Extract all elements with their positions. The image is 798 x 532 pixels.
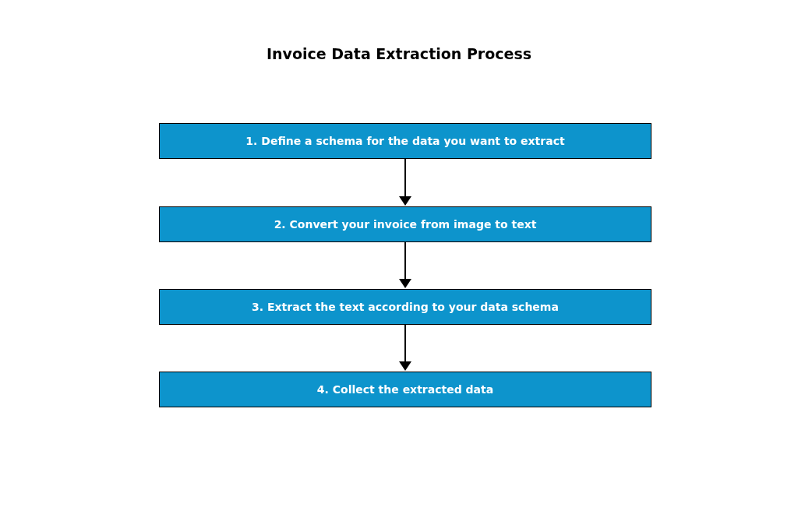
step-box-2: 2. Convert your invoice from image to te… xyxy=(159,206,651,242)
arrow-head-2 xyxy=(399,279,411,288)
diagram-title: Invoice Data Extraction Process xyxy=(0,45,798,62)
step-box-1: 1. Define a schema for the data you want… xyxy=(159,123,651,159)
step-label-3: 3. Extract the text according to your da… xyxy=(252,301,559,313)
step-box-4: 4. Collect the extracted data xyxy=(159,372,651,407)
arrow-1 xyxy=(404,159,406,196)
arrow-2 xyxy=(404,242,406,279)
arrow-head-1 xyxy=(399,196,411,206)
step-label-4: 4. Collect the extracted data xyxy=(317,383,493,396)
arrow-3 xyxy=(404,325,406,361)
step-label-2: 2. Convert your invoice from image to te… xyxy=(274,218,537,231)
arrow-head-3 xyxy=(399,361,411,371)
step-box-3: 3. Extract the text according to your da… xyxy=(159,289,651,325)
step-label-1: 1. Define a schema for the data you want… xyxy=(245,135,564,147)
